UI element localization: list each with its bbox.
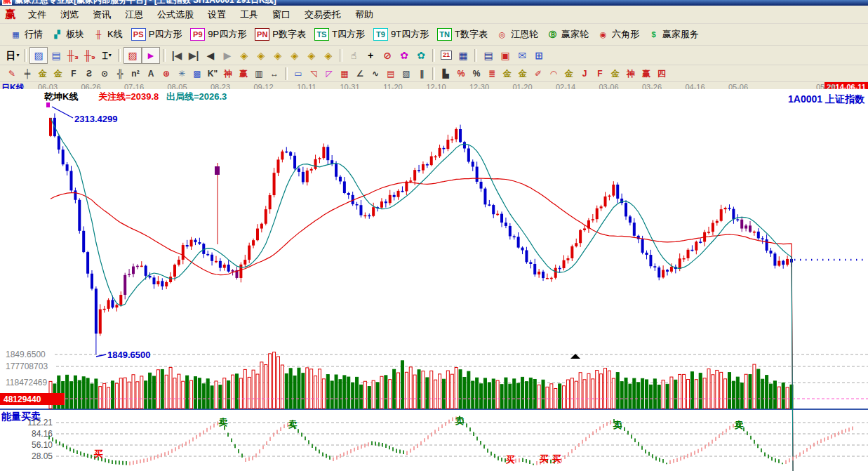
mail-icon[interactable]: ✉ (514, 48, 530, 63)
starburst-tool[interactable]: ✳ (174, 67, 189, 80)
diamond-right-icon[interactable]: ◈ (253, 48, 269, 63)
candle-body (554, 268, 557, 278)
p-square-button[interactable]: PSP四方形 (127, 27, 187, 42)
winner-wheel-button[interactable]: Ⓑ赢家轮 (542, 27, 593, 42)
angle-measure-tool[interactable]: A (143, 67, 159, 80)
menu-item-3[interactable]: 资讯 (86, 6, 118, 23)
period-day-dropdown[interactable]: 日▾ (4, 48, 21, 63)
zoom-disabled-icon[interactable]: ⊘ (379, 48, 396, 63)
stat-column-tool[interactable]: ▙ (438, 67, 453, 80)
next-bar-icon[interactable]: ▶ (219, 48, 236, 63)
fibonacci-tool[interactable]: F (66, 67, 81, 80)
parallel-tool[interactable]: ∥ (414, 67, 429, 80)
hand-tool-icon[interactable]: ☝ (345, 48, 362, 63)
diamond-grid-icon[interactable]: ◈ (320, 48, 337, 63)
p9-square-button[interactable]: P99P四方形 (186, 27, 251, 42)
j-angle-tool[interactable]: J (577, 67, 592, 80)
percent-tool[interactable]: % (469, 67, 484, 80)
kline-button[interactable]: ╫K线 (88, 27, 127, 42)
gold-angle-tool[interactable]: 金 (608, 67, 623, 80)
report-icon[interactable]: ▤ (480, 48, 497, 63)
crosshair-icon[interactable]: + (362, 48, 379, 63)
calendar-21-icon[interactable]: 21 (438, 48, 455, 63)
t-number-button[interactable]: TNT数字表 (433, 27, 492, 42)
last-page-icon[interactable]: ▶| (185, 48, 202, 63)
gann-grid-tool[interactable]: ╪ (20, 67, 35, 80)
p-number-button[interactable]: PNP数字表 (251, 27, 310, 42)
grid-dark-tool[interactable]: ▧ (399, 67, 414, 80)
gann-wheel-button[interactable]: ◎江恩轮 (492, 27, 542, 42)
width-tool[interactable]: ↔ (267, 67, 282, 80)
menu-item-2[interactable]: 浏览 (53, 6, 86, 23)
shen-tool[interactable]: 神 (220, 67, 236, 80)
four-angle-tool[interactable]: 四 (654, 67, 669, 80)
bars-3-icon[interactable]: ╫₃ (65, 48, 81, 63)
volume-bar (194, 377, 196, 409)
menu-item-5[interactable]: 公式选股 (150, 6, 201, 23)
first-page-icon[interactable]: |◀ (168, 48, 185, 63)
gold-split-tool[interactable]: 金 (35, 67, 51, 80)
quote-list-icon[interactable]: ▤ (48, 48, 65, 63)
prev-bar-icon[interactable]: ◀ (202, 48, 219, 63)
menu-item-10[interactable]: 帮助 (348, 6, 380, 23)
n-square-tool[interactable]: n² (128, 67, 143, 80)
k-quote-tool[interactable]: K" (205, 67, 220, 80)
trend-window-icon[interactable]: ▨ (29, 47, 48, 64)
shen-angle-tool[interactable]: 神 (623, 67, 639, 80)
grid-red-tool[interactable]: ▤ (383, 67, 399, 80)
fan-lines-tool[interactable]: ◹ (306, 67, 321, 80)
menu-item-8[interactable]: 窗口 (265, 6, 298, 23)
bars-9-icon[interactable]: ╫₉ (81, 48, 98, 63)
five-line-tool[interactable]: ≣ (484, 67, 500, 80)
sector-button[interactable]: ▞板块 (47, 27, 88, 42)
angle-line-tool[interactable]: ∠ (352, 67, 368, 80)
cycle-tool[interactable]: ⊙ (97, 67, 112, 80)
gann-flower-magenta-icon[interactable]: ✿ (396, 48, 413, 63)
t9-square-button[interactable]: T99T四方形 (369, 27, 433, 42)
gold-ratio-tool[interactable]: 金 (51, 67, 66, 80)
quote-table-button[interactable]: ▦行情 (6, 27, 47, 42)
f-angle-tool[interactable]: F (592, 67, 608, 80)
menu-item-6[interactable]: 设置 (201, 6, 233, 23)
win-tool[interactable]: 赢 (236, 67, 251, 80)
diamond-left-icon[interactable]: ◈ (236, 48, 253, 63)
nav-separator (163, 49, 166, 62)
calculator-icon[interactable]: ▦ (455, 48, 472, 63)
win-angle-tool[interactable]: 赢 (639, 67, 654, 80)
wave-tool[interactable]: ∿ (368, 67, 383, 80)
gold-column-tool[interactable]: 金 (561, 67, 577, 80)
pencil-tool[interactable]: ✎ (4, 67, 20, 80)
percent-red-tool[interactable]: % (453, 67, 469, 80)
arc-tool[interactable]: ◠ (546, 67, 561, 80)
menu-item-7[interactable]: 工具 (233, 6, 265, 23)
net-tool[interactable]: ▦ (337, 67, 352, 80)
diamond-star-icon[interactable]: ◈ (303, 48, 320, 63)
ruler-tool[interactable]: ▥ (251, 67, 267, 80)
trend-red-icon[interactable]: ▨ (123, 47, 142, 64)
gold-circle-tool[interactable]: 金 (500, 67, 515, 80)
wedge-tool[interactable]: ◸ (321, 67, 337, 80)
profile-arrow-icon[interactable]: ► (142, 47, 160, 64)
gann-circle-tool[interactable]: ⊕ (159, 67, 174, 80)
t-square-button[interactable]: TST四方形 (310, 27, 369, 42)
remote-icon[interactable]: ⊞ (530, 48, 547, 63)
menu-item-1[interactable]: 文件 (21, 6, 53, 23)
winner-service-button[interactable]: $赢家服务 (643, 27, 703, 42)
spiral-tool[interactable]: Ƨ (81, 67, 97, 80)
web-grid-tool[interactable]: ▩ (189, 67, 205, 80)
gann-flower-teal-icon[interactable]: ✿ (413, 48, 429, 63)
chart-area[interactable]: 买卖卖卖买买买卖卖2313.42991849.6500乾坤K线关注线=2039.… (0, 89, 868, 471)
candle-body (111, 300, 114, 307)
gold-level-tool[interactable]: 金 (515, 67, 530, 80)
hexagon-button[interactable]: ◉六角形 (593, 27, 643, 42)
menu-item-4[interactable]: 江恩 (118, 6, 150, 23)
save-icon[interactable]: ▣ (497, 48, 514, 63)
box-select-tool[interactable]: ▭ (291, 67, 306, 80)
chart-canvas[interactable]: 买卖卖卖买买买卖卖2313.42991849.6500乾坤K线关注线=2039.… (0, 89, 868, 471)
candle-style-dropdown[interactable]: ⌶▾ (98, 48, 115, 63)
grid-tool[interactable]: ╬ (112, 67, 128, 80)
brush-tool[interactable]: ✐ (530, 67, 546, 80)
menu-item-9[interactable]: 交易委托 (298, 6, 348, 23)
diamond-x-icon[interactable]: ◈ (286, 48, 303, 63)
diamond-expand-icon[interactable]: ◈ (269, 48, 286, 63)
